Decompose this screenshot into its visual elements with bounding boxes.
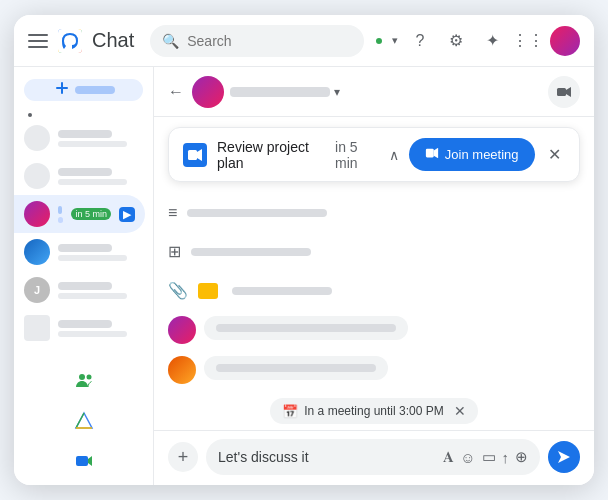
header-chevron-icon[interactable]: ▾ <box>334 85 340 99</box>
new-chat-button[interactable] <box>24 79 143 101</box>
status-dot <box>374 36 384 46</box>
meet-icon <box>183 143 207 167</box>
message-avatar <box>168 356 196 384</box>
svg-point-7 <box>86 375 91 380</box>
sidebar: in 5 min ▶ J <box>14 67 154 485</box>
user-avatar[interactable] <box>550 26 580 56</box>
message-avatar <box>168 316 196 344</box>
message-row-2 <box>168 356 580 384</box>
in-meeting-text: In a meeting until 3:00 PM <box>304 404 443 418</box>
file-message-3: 📎 <box>168 277 580 304</box>
item-name-bar <box>58 168 112 176</box>
sidebar-item-1[interactable] <box>14 119 145 157</box>
svg-point-1 <box>66 39 69 42</box>
sparkle-icon-btn[interactable]: ✦ <box>478 27 506 55</box>
chat-messages: ≡ ⊞ 📎 <box>154 192 594 392</box>
search-icon: 🔍 <box>162 33 179 49</box>
upload-icon[interactable]: ↑ <box>502 449 510 466</box>
hamburger-menu[interactable] <box>28 31 48 51</box>
video-call-button[interactable] <box>548 76 580 108</box>
top-nav: Chat 🔍 ▾ ? ⚙ ✦ ⋮⋮ <box>14 15 594 67</box>
item-name-bar <box>58 130 112 138</box>
sidebar-bottom-icons <box>14 359 153 483</box>
add-attachment-button[interactable]: + <box>168 442 198 472</box>
join-meeting-button[interactable]: Join meeting <box>409 138 535 171</box>
file-bar <box>232 287 332 295</box>
chat-header-avatar <box>192 76 224 108</box>
avatar <box>24 201 50 227</box>
svg-marker-14 <box>566 87 571 97</box>
svg-point-6 <box>79 374 85 380</box>
item-name-bar <box>58 282 112 290</box>
grid-icon: ⊞ <box>168 242 181 261</box>
avatar <box>24 125 50 151</box>
attach-file-icon[interactable]: ▭ <box>482 448 496 466</box>
search-input[interactable] <box>187 33 352 49</box>
back-button[interactable]: ← <box>168 83 184 101</box>
svg-point-3 <box>72 39 75 42</box>
svg-rect-11 <box>76 456 88 466</box>
grid-icon-btn[interactable]: ⋮⋮ <box>514 27 542 55</box>
sidebar-item-2[interactable] <box>14 157 145 195</box>
format-icon[interactable]: 𝐀 <box>443 448 454 466</box>
meeting-banner: Review project plan in 5 min ∧ Join meet… <box>168 127 580 182</box>
message-row-1 <box>168 316 580 344</box>
meeting-chevron-icon[interactable]: ∧ <box>389 147 399 163</box>
sidebar-item-5[interactable]: J <box>14 271 145 309</box>
meet-icon-btn[interactable] <box>66 443 102 479</box>
app-logo <box>58 29 82 53</box>
item-name-bar <box>58 320 112 328</box>
emoji-icon[interactable]: ☺ <box>460 449 475 466</box>
settings-icon-btn[interactable]: ⚙ <box>442 27 470 55</box>
calendar-icon: 📅 <box>282 404 298 419</box>
file-bar <box>191 248 311 256</box>
svg-marker-12 <box>88 456 92 466</box>
in-meeting-pill: 📅 In a meeting until 3:00 PM ✕ <box>270 398 477 424</box>
message-content <box>204 356 388 380</box>
item-preview-bar <box>58 141 127 147</box>
chat-input-area: + 𝐀 ☺ ▭ ↑ ⊕ <box>154 430 594 485</box>
nav-actions: ▾ ? ⚙ ✦ ⋮⋮ <box>374 26 580 56</box>
chat-header: ← ▾ <box>154 67 594 117</box>
meeting-close-button[interactable]: ✕ <box>545 143 565 167</box>
new-chat-icon <box>53 79 71 101</box>
app-window: Chat 🔍 ▾ ? ⚙ ✦ ⋮⋮ <box>14 15 594 485</box>
svg-marker-18 <box>434 148 438 159</box>
message-text <box>216 324 396 332</box>
sidebar-section <box>14 109 153 119</box>
item-preview-bar <box>58 179 127 185</box>
status-chevron[interactable]: ▾ <box>392 34 398 47</box>
drive-icon-btn[interactable] <box>66 403 102 439</box>
svg-point-2 <box>69 39 72 42</box>
send-button[interactable] <box>548 441 580 473</box>
svg-rect-13 <box>557 88 566 96</box>
main-body: in 5 min ▶ J <box>14 67 594 485</box>
new-chat-label <box>75 86 115 94</box>
help-icon-btn[interactable]: ? <box>406 27 434 55</box>
item-preview-bar <box>58 217 63 223</box>
sidebar-item-4[interactable] <box>14 233 145 271</box>
message-input-box: 𝐀 ☺ ▭ ↑ ⊕ <box>206 439 540 475</box>
doc-icon <box>198 283 218 299</box>
search-bar[interactable]: 🔍 <box>150 25 364 57</box>
message-bubble <box>204 316 408 340</box>
attach-icon: 📎 <box>168 281 188 300</box>
people-icon-btn[interactable] <box>66 363 102 399</box>
meeting-icon-badge: ▶ <box>119 207 135 222</box>
file-message-1: ≡ <box>168 200 580 226</box>
cam-icon <box>425 146 439 163</box>
group-avatar <box>24 315 50 341</box>
meeting-time: in 5 min <box>335 139 377 171</box>
in-meeting-close-button[interactable]: ✕ <box>454 403 466 419</box>
sidebar-item-6[interactable] <box>14 309 145 347</box>
svg-rect-5 <box>61 82 63 94</box>
message-input[interactable] <box>218 449 437 465</box>
item-name-bar <box>58 206 62 214</box>
chat-input-row: + 𝐀 ☺ ▭ ↑ ⊕ <box>168 439 580 475</box>
join-meeting-label: Join meeting <box>445 147 519 162</box>
svg-line-9 <box>76 413 84 428</box>
more-options-icon[interactable]: ⊕ <box>515 448 528 466</box>
sidebar-item-3[interactable]: in 5 min ▶ <box>14 195 145 233</box>
menu-icon: ≡ <box>168 204 177 222</box>
item-preview-bar <box>58 255 127 261</box>
